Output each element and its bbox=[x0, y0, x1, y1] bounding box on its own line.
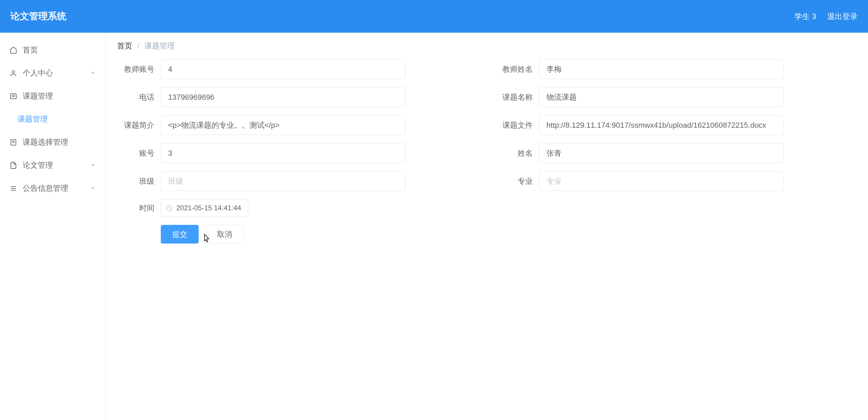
teacher-name-input[interactable] bbox=[539, 59, 784, 79]
sidebar-item-label: 首页 bbox=[23, 45, 38, 55]
user-icon bbox=[9, 69, 18, 77]
sidebar-item-label: 论文管理 bbox=[23, 160, 53, 170]
major-label: 专业 bbox=[495, 176, 539, 186]
clock-icon bbox=[166, 204, 173, 212]
account-input[interactable] bbox=[161, 143, 405, 163]
name-label: 姓名 bbox=[495, 148, 539, 158]
breadcrumb-root[interactable]: 首页 bbox=[117, 41, 132, 50]
cancel-button[interactable]: 取消 bbox=[206, 225, 244, 244]
main-content: 首页 / 课题管理 教师账号 教师姓名 电话 bbox=[105, 33, 868, 420]
sidebar-item-label: 公告信息管理 bbox=[23, 183, 68, 193]
chevron-down-icon bbox=[90, 68, 96, 78]
sidebar-item-profile[interactable]: 个人中心 bbox=[0, 61, 105, 85]
sidebar-item-notice-manage[interactable]: 公告信息管理 bbox=[0, 177, 105, 200]
topic-intro-label: 课题简介 bbox=[117, 120, 161, 130]
breadcrumb-separator: / bbox=[137, 41, 139, 50]
class-input[interactable] bbox=[161, 171, 405, 191]
topic-file-input[interactable] bbox=[539, 115, 784, 135]
submit-button[interactable]: 提交 bbox=[161, 225, 199, 244]
time-label: 时间 bbox=[117, 203, 161, 213]
home-icon bbox=[9, 46, 18, 54]
time-input[interactable]: 2021-05-15 14:41:44 bbox=[161, 199, 248, 217]
sidebar-subitem-topic-manage[interactable]: 课题管理 bbox=[0, 108, 105, 131]
topic-intro-input[interactable] bbox=[161, 115, 405, 135]
phone-input[interactable] bbox=[161, 87, 405, 107]
breadcrumb-current: 课题管理 bbox=[145, 41, 175, 50]
menu-icon bbox=[9, 185, 18, 192]
sidebar-item-topic-select[interactable]: 课题选择管理 bbox=[0, 131, 105, 154]
class-label: 班级 bbox=[117, 176, 161, 186]
sidebar-subitem-label: 课题管理 bbox=[18, 114, 48, 124]
list-icon bbox=[9, 92, 18, 100]
sidebar: 首页 个人中心 课题管理 课题管理 课题选择管理 论文管理 公告信息管理 bbox=[0, 33, 105, 420]
header-bar: 论文管理系统 学生 3 退出登录 bbox=[0, 0, 868, 33]
svg-point-0 bbox=[12, 71, 15, 73]
phone-label: 电话 bbox=[117, 92, 161, 102]
topic-name-input[interactable] bbox=[539, 87, 784, 107]
sidebar-item-paper-manage[interactable]: 论文管理 bbox=[0, 154, 105, 177]
topic-name-label: 课题名称 bbox=[495, 92, 539, 102]
sidebar-item-topic-manage[interactable]: 课题管理 bbox=[0, 85, 105, 108]
app-title: 论文管理系统 bbox=[10, 10, 66, 23]
sidebar-item-label: 个人中心 bbox=[23, 68, 53, 78]
chevron-down-icon bbox=[90, 161, 96, 170]
time-value: 2021-05-15 14:41:44 bbox=[176, 204, 241, 212]
topic-file-label: 课题文件 bbox=[495, 120, 539, 130]
doc-icon bbox=[9, 162, 18, 169]
logout-link[interactable]: 退出登录 bbox=[827, 11, 858, 22]
teacher-name-label: 教师姓名 bbox=[495, 64, 539, 74]
account-label: 账号 bbox=[117, 148, 161, 158]
teacher-account-label: 教师账号 bbox=[117, 64, 161, 74]
chevron-down-icon bbox=[90, 184, 96, 193]
form-icon bbox=[9, 139, 18, 146]
name-input[interactable] bbox=[539, 143, 784, 163]
user-label[interactable]: 学生 3 bbox=[795, 11, 816, 22]
major-input[interactable] bbox=[539, 171, 784, 191]
header-right: 学生 3 退出登录 bbox=[795, 11, 858, 22]
sidebar-item-home[interactable]: 首页 bbox=[0, 38, 105, 61]
form-container: 教师账号 教师姓名 电话 课题名称 bbox=[105, 59, 868, 244]
sidebar-item-label: 课题选择管理 bbox=[23, 137, 68, 147]
sidebar-item-label: 课题管理 bbox=[23, 91, 53, 101]
teacher-account-input[interactable] bbox=[161, 59, 405, 79]
breadcrumb: 首页 / 课题管理 bbox=[105, 33, 868, 59]
